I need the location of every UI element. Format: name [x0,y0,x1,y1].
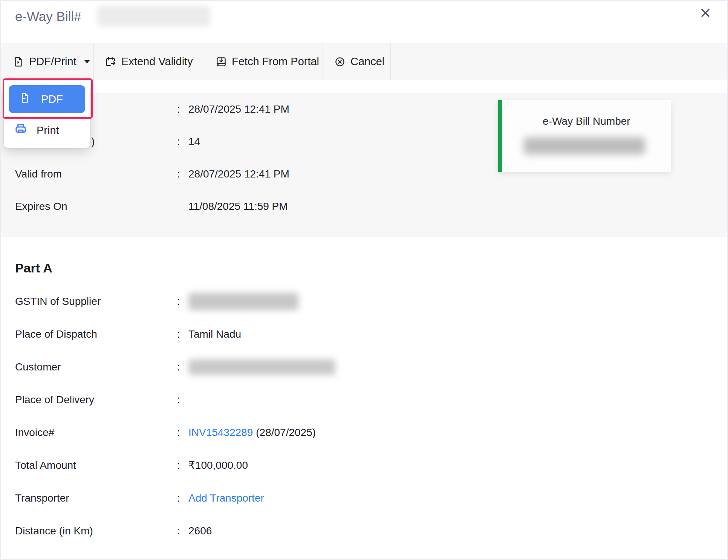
eway-bill-number-redacted [524,137,645,155]
pdf-file-icon [13,56,24,67]
detail-row-customer: Customer : [1,350,727,383]
pdf-document-icon [19,92,31,106]
row-value: 11/08/2025 11:59 PM [188,200,288,213]
extend-validity-icon [105,56,116,67]
close-button[interactable] [696,5,714,23]
add-transporter-link[interactable]: Add Transporter [188,492,264,504]
eway-bill-modal: e-Way Bill# PDF/Print [0,0,728,560]
dropdown-item-label: PDF [41,93,63,106]
row-label: Expires On [15,200,177,213]
toolbar-item-label: Fetch From Portal [232,55,319,68]
modal-header: e-Way Bill# [1,1,727,43]
toolbar: PDF/Print Extend Validity Fetch From Por… [1,43,727,80]
green-accent-bar [498,100,502,172]
extend-validity-button[interactable]: Extend Validity [94,43,204,80]
eway-bill-number-card: e-Way Bill Number [498,100,671,172]
detail-row-gstin: GSTIN of Supplier : [1,285,727,318]
dropdown-item-pdf[interactable]: PDF [9,85,85,113]
customer-redacted [188,359,335,375]
pdf-print-dropdown: PDF Print [4,80,90,148]
detail-row-transporter: Transporter : Add Transporter [1,482,727,514]
pdf-print-menu-button[interactable]: PDF/Print [1,43,94,80]
dropdown-item-print[interactable]: Print [9,118,85,143]
detail-row-dispatch: Place of Dispatch : Tamil Nadu [1,318,727,350]
printer-icon [14,122,28,139]
part-a-heading: Part A [1,261,727,278]
detail-row-distance: Distance (in Km) : 2606 [1,514,727,547]
cancel-button[interactable]: Cancel [323,43,391,80]
row-value: 14 [188,136,200,148]
cancel-icon [334,56,346,67]
detail-row-invoice: Invoice# : INV15432289 (28/07/2025) [1,416,727,449]
eway-bill-number-title: e-Way Bill Number [502,115,671,127]
bill-number-redacted [97,6,210,26]
row-value: 28/07/2025 12:41 PM [188,168,289,180]
gstin-redacted [188,293,298,310]
invoice-link[interactable]: INV15432289 [188,427,253,439]
page-title: e-Way Bill# [15,9,81,24]
part-a-section: Part A GSTIN of Supplier : Place of Disp… [1,237,727,559]
detail-row-delivery: Place of Delivery : [1,383,727,416]
row-label: Valid from [15,168,177,180]
summary-row: Expires On 11/08/2025 11:59 PM [1,190,727,223]
toolbar-item-label: Extend Validity [121,55,193,68]
validity-summary-section: : 28/07/2025 12:41 PM ) : 14 Valid from … [1,93,727,237]
close-icon [698,6,713,21]
dropdown-item-label: Print [37,124,59,137]
fetch-from-portal-button[interactable]: Fetch From Portal [204,43,323,80]
fetch-portal-icon [216,56,227,67]
detail-row-total: Total Amount : ₹100,000.00 [1,449,727,482]
invoice-date: (28/07/2025) [256,427,316,439]
chevron-down-icon [84,60,90,64]
row-value: 28/07/2025 12:41 PM [188,103,289,115]
toolbar-item-label: Cancel [350,55,384,68]
toolbar-item-label: PDF/Print [29,55,76,68]
